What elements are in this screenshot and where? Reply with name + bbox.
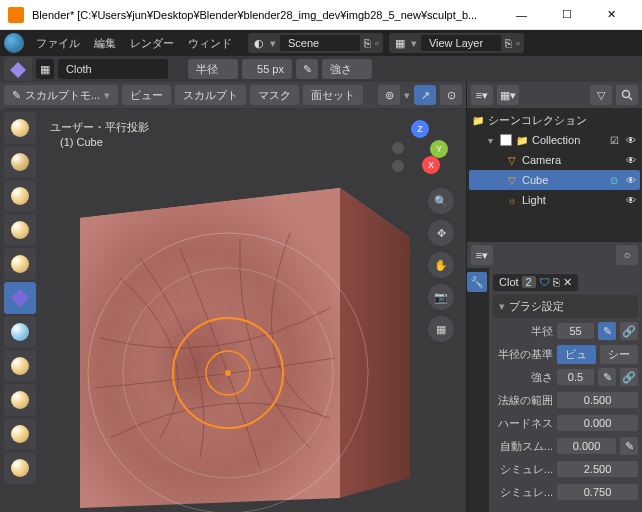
menu-faceset[interactable]: 面セット [303,85,363,105]
filter-icon[interactable]: ▽ [590,85,612,105]
sim2-input[interactable]: 0.750 [557,484,638,500]
viewlayer-name[interactable]: View Layer [421,35,501,51]
tool-header: ▦ Cloth 半径 55 px ✎ 強さ [0,56,642,82]
menu-edit[interactable]: 編集 [88,32,122,55]
new-icon[interactable]: ▫ [516,37,520,49]
modifier-icon[interactable]: ⊙ [607,173,621,187]
projection-label: ユーザー・平行投影 [50,120,149,135]
pressure-icon[interactable]: ✎ [598,322,616,340]
normal-input[interactable]: 0.500 [557,392,638,408]
shading-icon[interactable]: ⊙ [440,85,462,105]
viewlayer-selector[interactable]: ▦ ▾ View Layer ⎘ ▫ [389,33,524,53]
properties-header: ≡▾ ○ [467,242,642,268]
menu-render[interactable]: レンダー [124,32,180,55]
menu-file[interactable]: ファイル [30,32,86,55]
tool-draw[interactable] [4,112,36,144]
label: ハードネス [493,416,553,431]
new-icon[interactable]: ▫ [375,37,379,49]
tool-cloth[interactable] [4,282,36,314]
brush-name-field[interactable]: Cloth [58,59,168,79]
search-icon[interactable] [616,85,638,105]
disclosure-icon[interactable]: ▾ [483,133,497,147]
axis-neg2[interactable] [392,160,404,172]
tree-scene-collection[interactable]: 📁 シーンコレクション [469,110,640,130]
tool-pinch[interactable] [4,452,36,484]
link-icon[interactable]: 🔗 [620,322,638,340]
perspective-icon[interactable]: ▦ [428,316,454,342]
copy-icon[interactable]: ⎘ [505,37,512,49]
tool-smooth[interactable] [4,316,36,348]
outliner-display-icon[interactable]: ▦▾ [497,85,519,105]
tree-light[interactable]: ☼ Light 👁 [469,190,640,210]
hardness-input[interactable]: 0.000 [557,415,638,431]
mesh-icon: ▽ [505,173,519,187]
eye-icon[interactable]: 👁 [624,173,638,187]
panel-brush-settings[interactable]: ▾ ブラシ設定 [493,295,638,318]
outliner-tree[interactable]: 📁 シーンコレクション ▾ 📁 Collection ☑ 👁 ▽ Camera … [467,108,642,242]
overlay-icon[interactable]: ⊚ [378,85,400,105]
tool-blob[interactable] [4,248,36,280]
menu-view[interactable]: ビュー [122,85,171,105]
copy-icon[interactable]: ⎘ [364,37,371,49]
delete-icon[interactable]: ✕ [563,276,572,289]
hand-icon[interactable]: ✋ [428,252,454,278]
tab-tool[interactable]: 🔧 [467,272,487,292]
radius-pressure-icon[interactable]: ✎ [296,59,318,79]
tool-grab[interactable] [4,384,36,416]
brush-preview-icon[interactable] [4,57,32,81]
tree-camera[interactable]: ▽ Camera 👁 [469,150,640,170]
gizmo-icon[interactable]: ↗ [414,85,436,105]
camera-icon[interactable]: 📷 [428,284,454,310]
radius-input[interactable]: 55 [557,323,594,339]
tree-cube[interactable]: ▽ Cube ⊙ 👁 [469,170,640,190]
checkbox[interactable] [500,134,512,146]
axis-gizmo[interactable]: Z Y X [392,120,448,176]
maximize-button[interactable]: ☐ [544,0,589,30]
pressure-icon[interactable]: ✎ [620,437,638,455]
menu-sculpt[interactable]: スカルプト [175,85,246,105]
radius-value[interactable]: 55 px [242,59,292,79]
tool-layer[interactable] [4,180,36,212]
basis-scene[interactable]: シー [600,345,639,364]
scene-selector[interactable]: ◐ ▾ Scene ⎘ ▫ [248,33,383,53]
tool-inflate[interactable] [4,214,36,246]
move-icon[interactable]: ✥ [428,220,454,246]
autosmooth-input[interactable]: 0.000 [557,438,616,454]
blender-logo-icon[interactable] [4,33,24,53]
unlink-icon[interactable]: ⎘ [553,276,560,288]
eye-icon[interactable]: 👁 [624,193,638,207]
basis-view[interactable]: ビュ [557,345,596,364]
props-mode-icon[interactable]: ≡▾ [471,245,493,265]
minimize-button[interactable]: — [499,0,544,30]
link-icon[interactable]: 🔗 [620,368,638,386]
mode-selector[interactable]: ✎ スカルプトモ... ▾ [4,85,118,105]
tool-clay[interactable] [4,146,36,178]
tree-collection[interactable]: ▾ 📁 Collection ☑ 👁 [469,130,640,150]
axis-x[interactable]: X [422,156,440,174]
eye-icon[interactable]: 👁 [624,153,638,167]
scene-name[interactable]: Scene [280,35,360,51]
exclude-icon[interactable]: ☑ [607,133,621,147]
pressure-icon[interactable]: ✎ [598,368,616,386]
axis-neg[interactable] [392,142,404,154]
menu-mask[interactable]: マスク [250,85,299,105]
sim1-input[interactable]: 2.500 [557,461,638,477]
brush-browse-icon[interactable]: ▦ [36,59,54,79]
axis-z[interactable]: Z [411,120,429,138]
eye-icon[interactable]: 👁 [624,133,638,147]
brush-chip-label: Clot [499,276,519,288]
tool-snake[interactable] [4,418,36,450]
outliner-mode-icon[interactable]: ≡▾ [471,85,493,105]
viewport[interactable]: ユーザー・平行投影 (1) Cube [0,108,466,512]
brush-chip[interactable]: Clot 2 🛡 ⎘ ✕ [493,274,578,291]
zoom-icon[interactable]: 🔍 [428,188,454,214]
menu-window[interactable]: ウィンド [182,32,238,55]
tool-flatten[interactable] [4,350,36,382]
fake-user-icon[interactable]: 🛡 [539,276,550,288]
active-object-label: (1) Cube [60,136,103,148]
prop-normal: 法線の範囲 0.500 [493,390,638,410]
strength-input[interactable]: 0.5 [557,369,594,385]
pin-icon[interactable]: ○ [616,245,638,265]
close-button[interactable]: ✕ [589,0,634,30]
brush-users[interactable]: 2 [522,276,536,288]
